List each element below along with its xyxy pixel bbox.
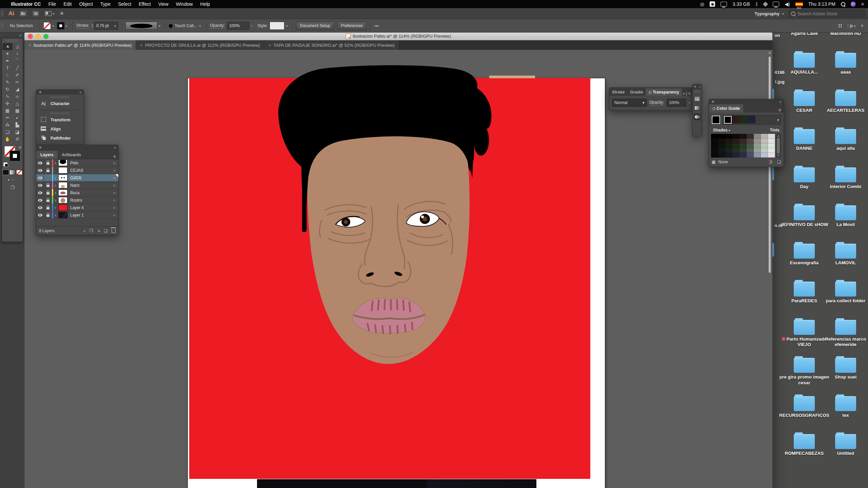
panel-menu-icons[interactable]: » | ≡ [683,91,691,96]
color-swatch[interactable] [725,153,732,158]
layer-name[interactable]: Nariz [70,183,110,188]
visibility-toggle[interactable] [36,197,44,204]
preferences-button[interactable]: Preferences [337,22,367,30]
tab-transparency[interactable]: ◇ Transparency [646,88,682,96]
visibility-toggle[interactable] [36,182,44,189]
panel-grip[interactable] [51,112,70,115]
collapse-icon[interactable]: « [779,100,781,104]
tab-gradient[interactable]: Gradie [627,88,646,96]
color-swatch[interactable] [732,153,739,158]
desktop-item[interactable]: LAMOVIL [826,242,866,266]
color-swatch[interactable] [761,143,768,148]
color-swatch[interactable] [747,134,754,139]
base-color-swatch[interactable] [711,115,721,124]
layer-name[interactable]: CEJAS [70,168,110,173]
default-fill-stroke-icon[interactable] [3,162,7,166]
color-swatch[interactable] [768,143,775,148]
visibility-toggle[interactable] [36,211,44,219]
bluetooth-icon[interactable]: ᛒ [755,1,758,7]
lock-toggle[interactable] [44,204,52,211]
scroll-down-icon[interactable]: ∨ [777,154,780,157]
lock-toggle[interactable] [44,174,52,181]
opacity-field[interactable]: 100% [227,22,249,30]
stroke-weight-label[interactable]: Stroke: [76,23,89,28]
tab-artboards[interactable]: Artboards [58,151,85,159]
perspective-grid-tool[interactable]: △ [13,100,22,107]
lock-toggle[interactable] [44,197,52,204]
clipping-mask-icon[interactable]: ❐ [89,228,93,233]
menu-clock[interactable]: Thu 3:13 PM [808,1,835,7]
desktop-item[interactable]: Day [784,165,824,190]
color-swatch[interactable] [718,134,725,139]
scroll-up-icon[interactable]: ∧ [777,135,780,138]
color-swatch[interactable] [725,139,732,143]
color-swatch[interactable] [739,134,747,139]
expand-chevron-icon[interactable]: › [53,198,58,203]
panel-grip[interactable] [7,39,18,42]
desktop-item[interactable]: tex [826,394,866,419]
menu-file[interactable]: File [48,1,56,7]
layer-row[interactable]: ›Rostro○ [36,197,118,204]
gradient-tool[interactable]: ▩ [13,107,22,114]
slice-tool[interactable]: ◪ [13,128,22,136]
desktop-item[interactable]: pre gira promo imagen cesar [784,356,824,386]
color-swatch[interactable] [747,148,754,153]
layer-row[interactable]: ›Nariz○ [36,182,118,189]
color-swatch[interactable] [725,148,732,153]
close-window-button[interactable] [28,34,33,39]
desktop-item[interactable]: La Movil [826,203,866,228]
layer-name[interactable]: OJOS [70,176,110,180]
color-swatch[interactable] [747,153,754,158]
desktop-item[interactable]: ParaREDES [784,280,824,304]
lock-toggle[interactable] [44,159,52,166]
desktop-item[interactable]: RECURSOSGRAFICOS [784,394,824,419]
collapse-dock-icon[interactable]: « [0,32,24,37]
panel-grip[interactable] [51,96,70,98]
color-swatch[interactable] [754,153,761,158]
color-swatch[interactable] [761,134,768,139]
color-swatch[interactable] [739,143,747,148]
color-swatch[interactable] [754,139,761,143]
draw-normal-icon[interactable]: ◕ [8,178,10,182]
workspace-switcher[interactable]: Typography▾ [755,11,784,16]
color-swatch[interactable] [739,148,747,153]
lock-toggle[interactable] [44,211,52,219]
document-tab[interactable]: ×Ilustracion Pablo.ai* @ 114% (RGB/GPU P… [24,40,136,50]
expand-chevron-icon[interactable]: › [53,205,58,210]
display-icon[interactable] [721,2,727,6]
line-segment-tool[interactable]: ╱ [13,64,22,72]
panel-grip[interactable] [694,90,700,93]
document-tab[interactable]: ×PROYECTO DE GRULLA.ai @ 112% (RGB/GPU P… [136,40,264,50]
color-swatch[interactable] [718,139,725,143]
panel-list-icon[interactable]: ≡ [861,23,863,28]
desktop-item[interactable]: Interior Combi [826,165,866,190]
desktop-item[interactable]: dEFINITIVO DE sHOW [784,203,824,228]
new-layer-icon[interactable]: ❑ [104,228,107,233]
menu-help[interactable]: Help [200,1,210,7]
tab-align[interactable]: Align [36,124,84,134]
ellipse-tool[interactable]: ○ [3,72,13,79]
rotate-tool[interactable]: ↻ [3,86,13,93]
harmony-rule-strip[interactable]: ▾ [723,115,781,125]
color-swatch[interactable] [754,134,761,139]
menu-effect[interactable]: Effect [139,1,151,7]
desktop-item[interactable]: AQUIALLA... [784,51,824,75]
desktop-item[interactable]: Shop suei [826,356,866,380]
harmony-swatch[interactable] [748,116,755,123]
color-mode-button[interactable] [3,170,9,175]
close-tab-icon[interactable]: × [140,43,143,48]
desktop-item[interactable]: AECARTELERAS [826,89,866,114]
tab-transform[interactable]: Transform [36,115,84,124]
direct-selection-tool[interactable]: ▷ [13,43,22,50]
color-swatch[interactable] [711,153,718,158]
arrange-documents-icon[interactable] [45,11,52,16]
pen-tool[interactable]: ✒ [3,57,13,64]
stroke-color-swatch[interactable] [57,22,64,29]
layer-row[interactable]: CEJAS○ [36,167,118,174]
close-tab-icon[interactable]: × [268,43,271,48]
expand-chevron-icon[interactable]: › [53,213,58,218]
app-menu[interactable]: Illustrator CC [11,1,41,7]
lock-toggle[interactable] [44,182,52,189]
hand-tool[interactable]: ✋ [3,136,13,143]
airplay-icon[interactable] [773,2,779,6]
